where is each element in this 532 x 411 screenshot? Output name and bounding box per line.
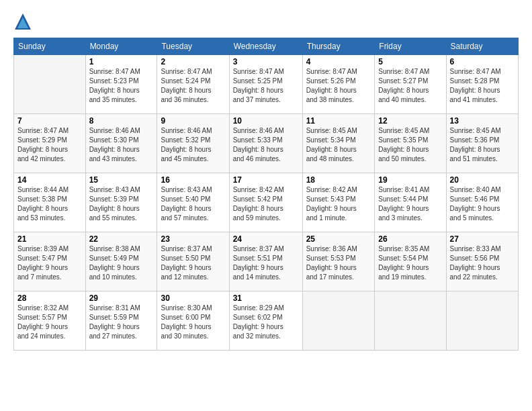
day-header-tuesday: Tuesday	[157, 38, 229, 55]
day-number: 14	[17, 175, 82, 185]
day-info: Sunrise: 8:30 AM Sunset: 6:00 PM Dayligh…	[161, 304, 225, 341]
day-info: Sunrise: 8:45 AM Sunset: 5:34 PM Dayligh…	[306, 126, 371, 164]
day-info: Sunrise: 8:29 AM Sunset: 6:02 PM Dayligh…	[233, 304, 299, 341]
calendar-cell: 26Sunrise: 8:35 AM Sunset: 5:54 PM Dayli…	[375, 232, 446, 291]
week-row-4: 28Sunrise: 8:32 AM Sunset: 5:57 PM Dayli…	[14, 291, 519, 351]
week-row-0: 1Sunrise: 8:47 AM Sunset: 5:23 PM Daylig…	[14, 55, 519, 114]
calendar-cell: 25Sunrise: 8:36 AM Sunset: 5:53 PM Dayli…	[302, 232, 375, 291]
header-row: SundayMondayTuesdayWednesdayThursdayFrid…	[14, 38, 519, 55]
day-number: 3	[233, 57, 299, 66]
day-number: 7	[17, 116, 82, 126]
day-info: Sunrise: 8:38 AM Sunset: 5:49 PM Dayligh…	[89, 244, 154, 282]
day-info: Sunrise: 8:46 AM Sunset: 5:33 PM Dayligh…	[233, 126, 299, 164]
header	[13, 12, 519, 31]
calendar-cell	[302, 291, 375, 351]
day-number: 5	[378, 57, 442, 66]
day-info: Sunrise: 8:47 AM Sunset: 5:28 PM Dayligh…	[450, 67, 515, 105]
day-info: Sunrise: 8:32 AM Sunset: 5:57 PM Dayligh…	[17, 304, 82, 341]
day-info: Sunrise: 8:42 AM Sunset: 5:42 PM Dayligh…	[233, 185, 299, 223]
calendar-cell: 13Sunrise: 8:45 AM Sunset: 5:36 PM Dayli…	[446, 114, 518, 173]
day-info: Sunrise: 8:44 AM Sunset: 5:38 PM Dayligh…	[17, 185, 82, 223]
calendar-body: 1Sunrise: 8:47 AM Sunset: 5:23 PM Daylig…	[14, 55, 519, 351]
day-number: 24	[233, 234, 299, 244]
calendar-cell: 5Sunrise: 8:47 AM Sunset: 5:27 PM Daylig…	[375, 55, 446, 114]
calendar-cell: 22Sunrise: 8:38 AM Sunset: 5:49 PM Dayli…	[85, 232, 157, 291]
calendar-cell	[446, 291, 518, 351]
logo	[13, 12, 35, 31]
day-number: 11	[306, 116, 371, 126]
calendar-cell: 4Sunrise: 8:47 AM Sunset: 5:26 PM Daylig…	[302, 55, 375, 114]
day-number: 28	[17, 293, 82, 303]
calendar-cell: 8Sunrise: 8:46 AM Sunset: 5:30 PM Daylig…	[85, 114, 157, 173]
calendar-cell: 27Sunrise: 8:33 AM Sunset: 5:56 PM Dayli…	[446, 232, 518, 291]
calendar-cell: 10Sunrise: 8:46 AM Sunset: 5:33 PM Dayli…	[229, 114, 302, 173]
day-number: 27	[450, 234, 515, 244]
calendar-cell: 19Sunrise: 8:41 AM Sunset: 5:44 PM Dayli…	[375, 173, 446, 232]
day-number: 16	[161, 175, 225, 185]
day-header-monday: Monday	[85, 38, 157, 55]
day-info: Sunrise: 8:31 AM Sunset: 5:59 PM Dayligh…	[89, 304, 154, 341]
calendar-cell	[14, 55, 86, 114]
day-number: 22	[89, 234, 154, 244]
day-number: 26	[378, 234, 442, 244]
day-info: Sunrise: 8:40 AM Sunset: 5:46 PM Dayligh…	[450, 185, 515, 223]
day-header-wednesday: Wednesday	[229, 38, 302, 55]
day-number: 25	[306, 234, 371, 244]
day-number: 6	[450, 57, 515, 66]
day-number: 31	[233, 293, 299, 303]
calendar-cell: 30Sunrise: 8:30 AM Sunset: 6:00 PM Dayli…	[157, 291, 229, 351]
calendar-cell: 31Sunrise: 8:29 AM Sunset: 6:02 PM Dayli…	[229, 291, 302, 351]
week-row-2: 14Sunrise: 8:44 AM Sunset: 5:38 PM Dayli…	[14, 173, 519, 232]
day-info: Sunrise: 8:43 AM Sunset: 5:39 PM Dayligh…	[89, 185, 154, 223]
calendar-cell	[375, 291, 446, 351]
calendar-cell: 3Sunrise: 8:47 AM Sunset: 5:25 PM Daylig…	[229, 55, 302, 114]
day-number: 29	[89, 293, 154, 303]
day-number: 15	[89, 175, 154, 185]
day-header-sunday: Sunday	[14, 38, 86, 55]
day-info: Sunrise: 8:39 AM Sunset: 5:47 PM Dayligh…	[17, 244, 82, 282]
calendar-cell: 28Sunrise: 8:32 AM Sunset: 5:57 PM Dayli…	[14, 291, 86, 351]
day-info: Sunrise: 8:47 AM Sunset: 5:25 PM Dayligh…	[233, 67, 299, 105]
day-info: Sunrise: 8:45 AM Sunset: 5:36 PM Dayligh…	[450, 126, 515, 164]
calendar-cell: 24Sunrise: 8:37 AM Sunset: 5:51 PM Dayli…	[229, 232, 302, 291]
calendar-cell: 2Sunrise: 8:47 AM Sunset: 5:24 PM Daylig…	[157, 55, 229, 114]
day-number: 17	[233, 175, 299, 185]
day-number: 2	[161, 57, 225, 66]
day-info: Sunrise: 8:33 AM Sunset: 5:56 PM Dayligh…	[450, 244, 515, 282]
day-info: Sunrise: 8:37 AM Sunset: 5:51 PM Dayligh…	[233, 244, 299, 282]
day-number: 13	[450, 116, 515, 126]
calendar-cell: 29Sunrise: 8:31 AM Sunset: 5:59 PM Dayli…	[85, 291, 157, 351]
calendar-cell: 18Sunrise: 8:42 AM Sunset: 5:43 PM Dayli…	[302, 173, 375, 232]
day-number: 9	[161, 116, 225, 126]
day-number: 12	[378, 116, 442, 126]
day-number: 10	[233, 116, 299, 126]
day-info: Sunrise: 8:47 AM Sunset: 5:26 PM Dayligh…	[306, 67, 371, 105]
calendar-cell: 23Sunrise: 8:37 AM Sunset: 5:50 PM Dayli…	[157, 232, 229, 291]
day-header-friday: Friday	[375, 38, 446, 55]
calendar-cell: 20Sunrise: 8:40 AM Sunset: 5:46 PM Dayli…	[446, 173, 518, 232]
day-info: Sunrise: 8:43 AM Sunset: 5:40 PM Dayligh…	[161, 185, 225, 223]
calendar-cell: 12Sunrise: 8:45 AM Sunset: 5:35 PM Dayli…	[375, 114, 446, 173]
day-info: Sunrise: 8:46 AM Sunset: 5:32 PM Dayligh…	[161, 126, 225, 164]
day-number: 23	[161, 234, 225, 244]
day-header-saturday: Saturday	[446, 38, 518, 55]
day-info: Sunrise: 8:45 AM Sunset: 5:35 PM Dayligh…	[378, 126, 442, 164]
calendar-cell: 15Sunrise: 8:43 AM Sunset: 5:39 PM Dayli…	[85, 173, 157, 232]
day-number: 4	[306, 57, 371, 66]
day-info: Sunrise: 8:47 AM Sunset: 5:29 PM Dayligh…	[17, 126, 82, 164]
logo-icon	[13, 12, 32, 31]
page: SundayMondayTuesdayWednesdayThursdayFrid…	[0, 0, 532, 411]
day-number: 20	[450, 175, 515, 185]
day-info: Sunrise: 8:47 AM Sunset: 5:24 PM Dayligh…	[161, 67, 225, 105]
day-number: 18	[306, 175, 371, 185]
day-number: 21	[17, 234, 82, 244]
day-info: Sunrise: 8:47 AM Sunset: 5:23 PM Dayligh…	[89, 67, 154, 105]
day-number: 1	[89, 57, 154, 66]
calendar-cell: 9Sunrise: 8:46 AM Sunset: 5:32 PM Daylig…	[157, 114, 229, 173]
calendar-table: SundayMondayTuesdayWednesdayThursdayFrid…	[13, 38, 519, 351]
day-info: Sunrise: 8:42 AM Sunset: 5:43 PM Dayligh…	[306, 185, 371, 223]
day-info: Sunrise: 8:46 AM Sunset: 5:30 PM Dayligh…	[89, 126, 154, 164]
day-info: Sunrise: 8:47 AM Sunset: 5:27 PM Dayligh…	[378, 67, 442, 105]
day-header-thursday: Thursday	[302, 38, 375, 55]
day-number: 8	[89, 116, 154, 126]
